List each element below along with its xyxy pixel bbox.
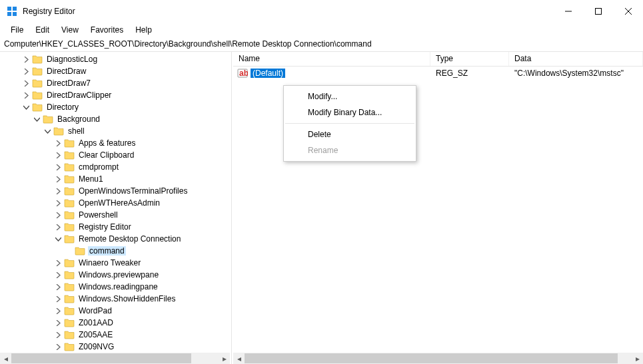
context-menu-separator <box>285 123 414 124</box>
chevron-right-icon[interactable] <box>53 294 63 303</box>
tree-node[interactable]: Registry Editor <box>0 221 230 233</box>
tree-node[interactable]: Windows.ShowHiddenFiles <box>0 293 230 305</box>
scroll-right-icon[interactable]: ▸ <box>219 353 230 364</box>
address-bar[interactable]: Computer\HKEY_CLASSES_ROOT\Directory\Bac… <box>0 37 643 52</box>
value-row[interactable]: ab (Default) REG_SZ "C:\Windows\System32… <box>233 67 643 80</box>
menu-view[interactable]: View <box>56 24 84 36</box>
scroll-thumb[interactable] <box>11 353 191 363</box>
chevron-right-icon[interactable] <box>53 162 63 172</box>
chevron-right-icon[interactable] <box>21 91 31 100</box>
chevron-right-icon[interactable] <box>53 306 63 315</box>
column-type[interactable]: Type <box>430 52 509 66</box>
chevron-right-icon[interactable] <box>53 186 63 196</box>
scroll-right-icon[interactable]: ▸ <box>632 353 643 364</box>
tree-node[interactable]: Menu1 <box>0 173 230 185</box>
tree-node-label: shell <box>67 126 86 136</box>
chevron-right-icon[interactable] <box>53 150 63 160</box>
column-name[interactable]: Name <box>233 52 430 66</box>
tree-node[interactable]: DirectDraw <box>0 65 230 77</box>
folder-icon <box>64 210 75 220</box>
tree-node[interactable]: DirectDraw7 <box>0 77 230 89</box>
context-menu-item[interactable]: Modify... <box>284 89 416 104</box>
maximize-button[interactable] <box>583 1 613 21</box>
chevron-right-icon[interactable] <box>53 258 63 268</box>
chevron-right-icon[interactable] <box>53 270 63 279</box>
tree-node-label: Remote Desktop Connection <box>77 234 182 244</box>
chevron-right-icon[interactable] <box>53 282 63 291</box>
tree-node[interactable]: OpenWindowsTerminalProfiles <box>0 185 230 197</box>
chevron-down-icon[interactable] <box>43 126 52 136</box>
chevron-right-icon[interactable] <box>21 79 31 88</box>
folder-icon <box>64 270 75 279</box>
folder-icon <box>64 222 75 232</box>
titlebar: Registry Editor <box>0 0 643 23</box>
menu-favorites[interactable]: Favorites <box>85 24 129 36</box>
tree-node[interactable]: Background <box>0 113 230 125</box>
column-data[interactable]: Data <box>509 52 643 66</box>
scroll-left-icon[interactable]: ◂ <box>0 353 11 364</box>
tree-node-label: OpenWindowsTerminalProfiles <box>77 186 189 196</box>
tree-node[interactable]: shell <box>0 125 230 137</box>
tree-node[interactable]: Powershell <box>0 209 230 221</box>
menu-help[interactable]: Help <box>130 24 157 36</box>
tree-node[interactable]: Windows.previewpane <box>0 269 230 281</box>
tree-node[interactable]: WordPad <box>0 305 230 317</box>
window-buttons <box>553 1 643 21</box>
values-horizontal-scrollbar[interactable]: ◂ ▸ <box>233 353 643 364</box>
tree-node[interactable]: Clear Clipboard <box>0 149 230 161</box>
folder-icon <box>64 234 75 244</box>
tree-node[interactable]: Z009NVG <box>0 341 230 353</box>
tree-node[interactable]: Winaero Tweaker <box>0 257 230 269</box>
tree-node-label: Z001AAD <box>77 318 115 327</box>
tree-node-label: Windows.previewpane <box>77 270 160 279</box>
tree-node[interactable]: OpenWTHereAsAdmin <box>0 197 230 209</box>
chevron-right-icon[interactable] <box>53 318 63 327</box>
tree-node[interactable]: DiagnosticLog <box>0 53 230 65</box>
folder-icon <box>64 342 75 351</box>
tree-node[interactable]: cmdprompt <box>0 161 230 173</box>
chevron-right-icon[interactable] <box>21 55 31 64</box>
window-title: Registry Editor <box>23 7 553 16</box>
menu-edit[interactable]: Edit <box>30 24 55 36</box>
tree-node-label: Z005AAE <box>77 330 114 339</box>
menu-file[interactable]: File <box>5 24 29 36</box>
scroll-left-icon[interactable]: ◂ <box>233 353 245 364</box>
tree-node[interactable]: command <box>0 245 230 257</box>
tree-horizontal-scrollbar[interactable]: ◂ ▸ <box>0 353 230 364</box>
folder-icon <box>64 318 75 327</box>
context-menu-item[interactable]: Delete <box>284 126 416 142</box>
chevron-right-icon[interactable] <box>53 174 63 184</box>
chevron-right-icon[interactable] <box>53 210 63 220</box>
minimize-button[interactable] <box>553 1 583 21</box>
tree-node-label: WordPad <box>77 306 113 315</box>
folder-icon <box>64 138 75 148</box>
tree-node[interactable]: DirectDrawClipper <box>0 89 230 101</box>
context-menu-item[interactable]: Modify Binary Data... <box>284 104 416 120</box>
folder-icon <box>75 246 85 256</box>
folder-icon <box>32 79 43 88</box>
chevron-right-icon[interactable] <box>53 138 63 148</box>
chevron-right-icon[interactable] <box>53 222 63 232</box>
tree-node[interactable]: Apps & features <box>0 137 230 149</box>
tree-node[interactable]: Remote Desktop Connection <box>0 233 230 245</box>
chevron-right-icon[interactable] <box>53 198 63 208</box>
scroll-thumb[interactable] <box>245 353 618 363</box>
chevron-right-icon[interactable] <box>53 330 63 339</box>
tree-pane[interactable]: DiagnosticLogDirectDrawDirectDraw7Direct… <box>0 52 230 364</box>
folder-icon <box>64 306 75 315</box>
chevron-down-icon[interactable] <box>53 234 63 244</box>
svg-rect-3 <box>13 12 17 16</box>
chevron-down-icon[interactable] <box>32 114 41 124</box>
tree-node[interactable]: Z005AAE <box>0 329 230 341</box>
folder-icon <box>64 186 75 196</box>
chevron-down-icon[interactable] <box>21 102 31 112</box>
close-button[interactable] <box>613 1 643 21</box>
folder-icon <box>64 258 75 268</box>
tree-node[interactable]: Z001AAD <box>0 317 230 329</box>
tree-node[interactable]: Directory <box>0 101 230 113</box>
chevron-right-icon[interactable] <box>53 342 63 351</box>
chevron-right-icon[interactable] <box>21 67 31 76</box>
tree-node[interactable]: Windows.readingpane <box>0 281 230 293</box>
folder-icon <box>64 330 75 339</box>
folder-icon <box>64 294 75 303</box>
